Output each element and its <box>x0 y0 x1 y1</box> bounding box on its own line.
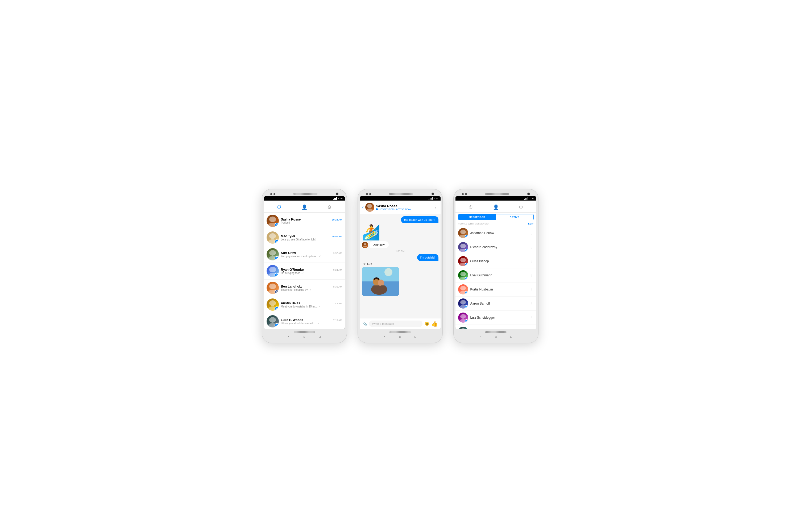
toggle-messenger[interactable]: MESSENGER <box>458 214 496 220</box>
chat-header: ‹ Sasha Rosse MESSENGER • ACTIVE NOW ⋮ <box>360 201 441 214</box>
recents-btn-3[interactable]: □ <box>509 334 514 339</box>
badge-luiz: ✉ <box>465 319 468 323</box>
badge-ben: f <box>274 290 279 294</box>
msg-item-mac[interactable]: ✉ Mac Tyler 10:02 AM Let's go see Giraff… <box>264 229 345 246</box>
people-item-aaron[interactable]: ✉ Aaron Sarnoff ⋮ <box>455 297 536 311</box>
chat-input-bar: 📎 Write a message 😊 👍 <box>360 318 441 329</box>
recents-btn-1[interactable]: □ <box>318 334 322 339</box>
back-btn-2[interactable]: ‹ <box>382 334 387 339</box>
badge-olivia: ✉ <box>465 263 468 266</box>
bar6 <box>430 198 431 200</box>
section-label: PEOPLE WITH MESSENGER <box>458 223 490 225</box>
bar10 <box>526 198 526 200</box>
more-olivia[interactable]: ⋮ <box>530 259 534 263</box>
home-btn-1[interactable]: ⌂ <box>302 334 307 339</box>
home-btn-3[interactable]: ⌂ <box>494 334 498 339</box>
phone-dots-3 <box>462 193 467 195</box>
msg-name-mac: Mac Tyler <box>281 234 295 238</box>
avatar-andrew: ✉ <box>458 327 468 329</box>
people-item-andrew[interactable]: ✉ Andrew Munn ⋮ <box>455 325 536 329</box>
msg-item-austin[interactable]: ✉ Austin Bales 7:43 AM Meet you downstai… <box>264 296 345 313</box>
phone-speaker-3 <box>485 193 509 195</box>
emoji-icon[interactable]: 😊 <box>425 322 429 326</box>
people-item-kurtis[interactable]: ✉ Kurtis Nusbaum ⋮ <box>455 283 536 297</box>
avatar-austin: ✉ <box>267 299 279 311</box>
status-bar-2: 1:38 <box>360 196 441 201</box>
msg-item-surf[interactable]: ✉ Surf Crew 9:37 AM You guys wanna meet … <box>264 246 345 263</box>
edit-label[interactable]: EDIT <box>528 223 533 225</box>
more-kurtis[interactable]: ⋮ <box>530 287 534 291</box>
chat-back-btn[interactable]: ‹ <box>362 205 364 210</box>
bar3 <box>335 198 336 200</box>
people-tab-people[interactable]: 👤 <box>490 203 502 212</box>
avatar-jonathan: ✉ <box>458 228 468 238</box>
msg-preview-mac: Let's go see Giraffage tonight! <box>281 238 342 241</box>
chat-user-name: Sasha Rosse <box>376 204 432 208</box>
bar11 <box>527 198 527 200</box>
phones-container: 1:38 ⏱ 👤 ⚙ ✉ <box>262 189 538 343</box>
msg-preview-ryan: I'm bringing food ↩ <box>281 271 342 274</box>
badge-mac: ✉ <box>274 240 279 244</box>
tab-settings[interactable]: ⚙ <box>324 203 335 212</box>
back-btn-1[interactable]: ‹ <box>287 334 291 339</box>
more-aaron[interactable]: ⋮ <box>530 301 534 306</box>
avatar-olivia: ✉ <box>458 256 468 266</box>
people-item-olivia[interactable]: ✉ Olivia Bishop ⋮ <box>455 254 536 268</box>
msg-app: ⏱ 👤 ⚙ ✉ Sasha Rosse <box>264 201 345 329</box>
more-luiz[interactable]: ⋮ <box>530 316 534 320</box>
msg-time-austin: 7:43 AM <box>333 302 342 305</box>
phone-top-2 <box>360 191 441 196</box>
bubble-outside: I'm outside! <box>417 254 438 261</box>
phone-bottom-3 <box>455 329 536 334</box>
chat-more-btn[interactable]: ⋮ <box>434 205 438 210</box>
msg-item-ryan[interactable]: ✉ Ryan O'Rourke 9:24 AM I'm bringing foo… <box>264 263 345 280</box>
phone-camera-2 <box>432 193 434 195</box>
name-kurtis: Kurtis Nusbaum <box>470 288 528 291</box>
attach-icon[interactable]: 📎 <box>362 322 367 326</box>
like-icon[interactable]: 👍 <box>431 321 438 327</box>
more-jonathan[interactable]: ⋮ <box>530 231 534 235</box>
bottom-speaker-3 <box>485 331 507 333</box>
msg-item-ben[interactable]: f Ben Langholz 8:35 AM Thanks for stoppi… <box>264 280 345 296</box>
recents-btn-2[interactable]: □ <box>413 334 418 339</box>
msg-preview-austin: Meet you downstairs in 15 mi... ✓ <box>281 305 342 308</box>
avatar-luiz: ✉ <box>458 312 468 323</box>
phone-screen-2: 1:38 ‹ Sasha Rosse MESSENGER • ACTIVE NO… <box>360 196 441 329</box>
tab-people[interactable]: 👤 <box>298 203 310 212</box>
svg-point-2 <box>384 268 393 276</box>
msg-content-austin: Austin Bales 7:43 AM Meet you downstairs… <box>281 301 342 308</box>
people-item-richard[interactable]: ✉ Richard Zadorozny ⋮ <box>455 240 536 254</box>
badge-surf: ✉ <box>274 256 279 261</box>
msg-item-sasha[interactable]: ✉ Sasha Rosse 10:24 AM Perfect! <box>264 212 345 229</box>
msg-name-austin: Austin Bales <box>281 301 300 305</box>
phone-1: 1:38 ⏱ 👤 ⚙ ✉ <box>262 189 347 343</box>
msg-item-luke[interactable]: ✉ Luke P. Woods 7:15 AM I think you shou… <box>264 313 345 329</box>
chat-status: MESSENGER • ACTIVE NOW <box>376 208 432 211</box>
avatar-kurtis: ✉ <box>458 284 468 294</box>
msg-preview-ben: Thanks for stopping by! ✓ <box>281 288 342 291</box>
back-btn-3[interactable]: ‹ <box>478 334 483 339</box>
dot-3 <box>366 193 368 195</box>
people-item-eyal[interactable]: ✉ Eyal Guthmann ⋮ <box>455 268 536 283</box>
msg-time-luke: 7:15 AM <box>333 319 342 322</box>
msg-content-surf: Surf Crew 9:37 AM You guys wanna meet up… <box>281 251 342 258</box>
avatar-aaron: ✉ <box>458 299 468 308</box>
beach-photo <box>362 267 399 296</box>
phone-2: 1:38 ‹ Sasha Rosse MESSENGER • ACTIVE NO… <box>358 189 443 343</box>
people-tab-recent[interactable]: ⏱ <box>465 203 476 212</box>
people-item-jonathan[interactable]: ✉ Jonathan Perlow ⋮ <box>455 226 536 240</box>
people-item-luiz[interactable]: ✉ Luiz Scheidegger ⋮ <box>455 311 536 325</box>
more-eyal[interactable]: ⋮ <box>530 273 534 278</box>
toggle-active[interactable]: ACTIVE <box>496 214 533 220</box>
more-richard[interactable]: ⋮ <box>530 245 534 249</box>
people-tab-settings[interactable]: ⚙ <box>516 203 526 212</box>
status-time-3: 1:38 <box>529 197 534 200</box>
toggle-tabs: MESSENGER ACTIVE <box>458 214 534 220</box>
phone-screen-3: 1:38 ⏱ 👤 ⚙ MESSENGER ACTIVE PEOPLE WITH … <box>455 196 536 329</box>
msg-preview-sasha: Perfect! <box>281 221 342 224</box>
tab-recent[interactable]: ⏱ <box>274 203 285 212</box>
msg-time-mac: 10:02 AM <box>332 235 342 238</box>
phone-screen-1: 1:38 ⏱ 👤 ⚙ ✉ <box>264 196 345 329</box>
message-input[interactable]: Write a message <box>369 321 422 327</box>
home-btn-2[interactable]: ⌂ <box>398 334 402 339</box>
